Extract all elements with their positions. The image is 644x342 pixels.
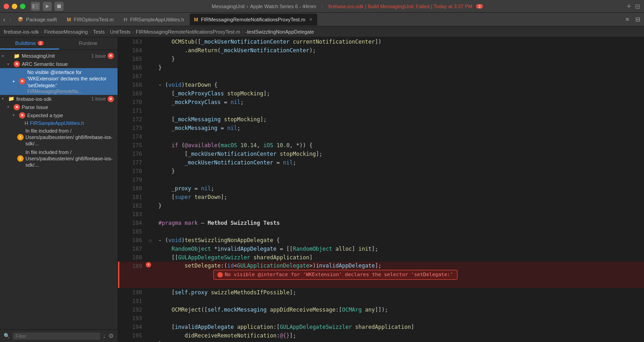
tab-runtime[interactable]: Runtime (59, 37, 118, 50)
tab-firmessaging-close[interactable]: ✕ (309, 17, 313, 22)
no-visible-label: No visible @interface for 'WKExtension' … (27, 69, 114, 89)
split-editor-button[interactable]: ⊟ (634, 15, 642, 24)
svg-rect-1 (35, 4, 39, 5)
table-row: 184 #pragma mark – Method Swizzling Test… (119, 218, 644, 227)
tab-firoptions[interactable]: M FIROptionsTest.m (62, 14, 118, 25)
messaging-unit-folder-icon: 📁 (14, 53, 20, 59)
svg-rect-5 (57, 5, 61, 8)
table-row: 165 } (119, 55, 644, 63)
code-area[interactable]: 163 OCMStub([_mockUserNotificationCenter… (118, 37, 644, 342)
traffic-lights (4, 4, 25, 9)
table-row: 164 .andReturn(_mockUserNotificationCent… (119, 46, 644, 55)
tree-item-warning-1[interactable]: ! In file included from / Users/paulbeus… (0, 127, 118, 148)
tab-package-label: Package.swift (26, 17, 57, 22)
parse-issue-label: Parse Issue (22, 104, 48, 110)
destination-name: Apple Watch Series 6 - 44mm (250, 4, 316, 9)
table-row: 191 (119, 297, 644, 305)
table-row: 188 [[GULAppDelegateSwizzler sharedAppli… (119, 253, 644, 262)
close-button[interactable] (4, 4, 9, 9)
tab-bar: ‹ › 📦 Package.swift M FIROptionsTest.m H… (0, 13, 644, 26)
table-row: 179 (119, 175, 644, 184)
breadcrumb-part-3[interactable]: Tests (93, 29, 105, 35)
arc-error-icon: ✕ (14, 61, 20, 67)
run-button[interactable] (43, 2, 52, 11)
nav-forward-button[interactable]: › (8, 16, 13, 23)
tab-firmessaging-icon: M (194, 17, 198, 22)
filter-input[interactable] (13, 332, 100, 340)
expected-type-label: Expected a type (27, 113, 63, 118)
expected-error-icon: ✕ (19, 112, 25, 119)
firsample-file-label: FIRSampleAppUtilities.h (30, 120, 84, 126)
tree-item-expected-type[interactable]: ▾ ✕ Expected a type (0, 111, 118, 119)
minimize-button[interactable] (12, 4, 17, 9)
tab-firoptions-label: FIROptionsTest.m (74, 17, 113, 22)
tree-item-firsample-file[interactable]: H FIRSampleAppUtilities.h (0, 119, 118, 127)
settings-icon[interactable]: ⚙ (108, 332, 114, 339)
no-visible-file: FIRMessagingRemoteNo... (27, 89, 114, 94)
no-visible-error-icon: ✕ (19, 78, 25, 84)
stop-button[interactable] (54, 2, 64, 11)
tree-item-no-visible-interface[interactable]: ▾ ✕ No visible @interface for 'WKExtensi… (0, 68, 118, 95)
table-row: 175 if (@available(macOS 10.14, iOS 10.0… (119, 141, 644, 149)
code-table: 163 OCMStub([_mockUserNotificationCenter… (118, 37, 644, 342)
layout-icon[interactable]: ⊟ (635, 3, 640, 10)
svg-rect-2 (35, 6, 39, 7)
tab-firmessaging-label: FIRMessagingRemoteNotificationsProxyTest… (201, 17, 305, 22)
table-row: 192 OCMReject([self.mockMessaging appDid… (119, 305, 644, 314)
tab-package-icon: 📦 (18, 17, 23, 22)
table-row: 167 (119, 72, 644, 80)
tab-buildtime[interactable]: Buildtime 2 (0, 37, 59, 50)
download-icon[interactable]: ↓ (103, 332, 106, 339)
error-badge: 2 (476, 4, 483, 9)
firebase-sdk-badge: 1 issue (91, 96, 106, 101)
tab-firsample[interactable]: H FIRSampleAppUtilities.h (119, 14, 188, 25)
table-row: 170 _mockProxyClass = nil; (119, 98, 644, 106)
tab-firsample-label: FIRSampleAppUtilities.h (130, 17, 184, 22)
svg-rect-3 (35, 8, 39, 9)
editor-layout-button[interactable]: ≡ (624, 15, 631, 24)
breadcrumb-part-2[interactable]: FirebaseMessaging (44, 29, 88, 35)
nav-arrows: ‹ › (2, 16, 12, 23)
tree-item-warning-2[interactable]: ! In file included from / Users/paulbeus… (0, 148, 118, 169)
runtime-label: Runtime (79, 40, 98, 46)
build-status: firebase-ios-sdk | Build MessagingUnit: … (329, 4, 472, 9)
table-row: 185 (119, 227, 644, 236)
panel-tabs: Buildtime 2 Runtime (0, 37, 118, 50)
maximize-button[interactable] (20, 4, 25, 9)
filter-icon: 🔍 (4, 333, 10, 339)
add-tab-icon[interactable]: + (626, 2, 631, 10)
parse-chevron-icon: ▾ (7, 105, 12, 109)
table-row: 169 [_mockProxyClass stopMocking]; (119, 89, 644, 98)
parse-error-icon: ✕ (14, 104, 20, 110)
messaging-unit-error-icon: ✕ (108, 53, 114, 59)
messaging-unit-badge: 1 issue (91, 54, 106, 59)
expected-chevron-icon: ▾ (13, 113, 17, 117)
table-row: 181 [super tearDown]; (119, 193, 644, 201)
warning-1-label: In file included from / Users/paulbeuste… (25, 128, 114, 147)
table-row: 195 didReceiveRemoteNotification:@{}]; (119, 331, 644, 340)
svg-rect-0 (32, 4, 34, 9)
breadcrumb-part-5[interactable]: FIRMessagingRemoteNotificationsProxyTest… (136, 29, 240, 35)
table-row: 183 (119, 210, 644, 218)
tab-package-swift[interactable]: 📦 Package.swift (13, 14, 61, 25)
code-editor: 163 OCMStub([_mockUserNotificationCenter… (118, 37, 644, 342)
issue-tree: ▾ 📁 MessagingUnit 1 issue ✕ ▾ ✕ ARC Sema… (0, 50, 118, 329)
tree-item-arc-semantic[interactable]: ▾ ✕ ARC Semantic Issue (0, 60, 118, 68)
tree-item-parse-issue[interactable]: ▾ ✕ Parse Issue (0, 103, 118, 111)
breadcrumb-part-1[interactable]: firebase-ios-sdk (4, 29, 39, 35)
tree-item-firebase-sdk[interactable]: ▾ 📁 firebase-ios-sdk 1 issue ✕ (0, 95, 118, 103)
breadcrumb-part-6[interactable]: -testSwizzlingNonAppDelegate (246, 29, 314, 35)
table-row: 172 [_mockMessaging stopMocking]; (119, 115, 644, 124)
warning-2-label: In file included from / Users/paulbeuste… (25, 149, 114, 169)
sidebar-toggle-button[interactable] (31, 2, 40, 11)
no-visible-chevron: ▾ (13, 79, 17, 84)
tab-firsample-icon: H (123, 17, 127, 22)
messaging-unit-label: MessagingUnit (22, 53, 89, 59)
nav-back-button[interactable]: ‹ (2, 16, 7, 23)
panel-footer: 🔍 ↓ ⚙ (0, 329, 118, 342)
error-circle-icon (8, 54, 12, 58)
tree-item-messaging-unit[interactable]: ▾ 📁 MessagingUnit 1 issue ✕ (0, 52, 118, 60)
tab-firmessaging[interactable]: M FIRMessagingRemoteNotificationsProxyTe… (190, 14, 317, 25)
breadcrumb-part-4[interactable]: UnitTests (110, 29, 130, 35)
arc-chevron-icon: ▾ (7, 62, 12, 66)
